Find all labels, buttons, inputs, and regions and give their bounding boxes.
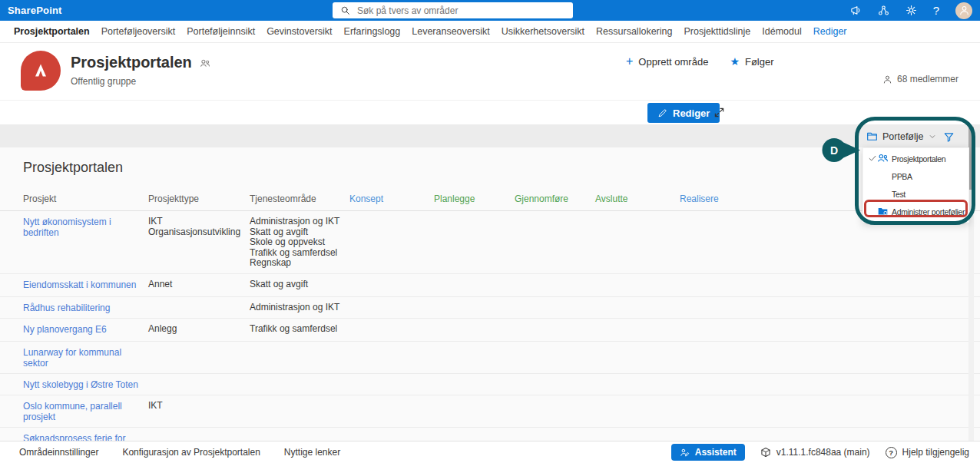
project-link[interactable]: Nytt økonomisystem i bedriften xyxy=(23,217,111,238)
site-privacy-label: Offentlig gruppe xyxy=(71,76,136,87)
nav-tab-gevinstoversikt[interactable]: Gevinstoversikt xyxy=(267,26,332,37)
column-header-prosjekttype[interactable]: Prosjekttype xyxy=(148,193,250,204)
edit-page-button[interactable]: Rediger xyxy=(647,103,720,123)
nav-tab-porteføljeoversikt[interactable]: Porteføljeoversikt xyxy=(101,26,176,37)
dropdown-item-test[interactable]: Test xyxy=(863,185,968,203)
portfolio-overview: Prosjektportalen ProsjektProsjekttypeTje… xyxy=(0,147,980,442)
column-header-gjennomføre[interactable]: Gjennomføre xyxy=(515,193,595,204)
portfolio-dropdown: ProsjektportalenPPBATestAdministrer port… xyxy=(862,147,969,223)
sharepoint-brand[interactable]: SharePoint xyxy=(8,5,62,16)
settings-gear-icon[interactable] xyxy=(906,5,917,16)
search-icon xyxy=(340,5,350,15)
site-header: Prosjektportalen Offentlig gruppe + Oppr… xyxy=(0,43,980,100)
project-link[interactable]: Nytt skolebygg i Østre Toten xyxy=(23,379,138,390)
nav-tab-ressursallokering[interactable]: Ressursallokering xyxy=(596,26,672,37)
project-link[interactable]: Eiendomsskatt i kommunen xyxy=(23,279,136,290)
people-icon xyxy=(877,152,889,166)
column-header-planlegge[interactable]: Planlegge xyxy=(434,193,515,204)
table-row: Nytt økonomisystem i bedriftenIKTOrganis… xyxy=(0,211,980,274)
check-icon xyxy=(868,154,877,164)
table-header-row: ProsjektProsjekttypeTjenesteområdeKonsep… xyxy=(0,193,980,211)
folder-icon xyxy=(877,205,889,219)
nav-tab-usikkerhetsoversikt[interactable]: Usikkerhetsoversikt xyxy=(502,26,584,37)
dropdown-item-prosjektportalen[interactable]: Prosjektportalen xyxy=(863,150,968,167)
table-row: Nytt skolebygg i Østre Toten xyxy=(0,374,980,395)
footer-bar: OmrådeinnstillingerKonfigurasjon av Pros… xyxy=(0,441,980,463)
members-count[interactable]: 68 medlemmer xyxy=(882,74,958,84)
nav-tab-rediger[interactable]: Rediger xyxy=(813,26,847,37)
dropdown-item-label: PPBA xyxy=(892,172,912,181)
project-table: ProsjektProsjekttypeTjenesteområdeKonsep… xyxy=(0,193,980,442)
status-icons-gjennomføre xyxy=(515,402,595,413)
table-body: Nytt økonomisystem i bedriftenIKTOrganis… xyxy=(0,211,980,442)
column-header-tjenesteområde[interactable]: Tjenesteområde xyxy=(250,193,349,204)
teams-icon xyxy=(200,58,210,68)
expand-icon[interactable] xyxy=(713,107,725,118)
portfolio-selector-button[interactable]: Portefølje xyxy=(866,131,936,142)
site-logo[interactable] xyxy=(21,51,61,91)
footer-links: OmrådeinnstillingerKonfigurasjon av Pros… xyxy=(14,442,346,463)
follow-button[interactable]: ★ Følger xyxy=(730,56,773,68)
column-header-prosjekt[interactable]: Prosjekt xyxy=(23,193,148,204)
footer-link-nyttige-lenker[interactable]: Nyttige lenker xyxy=(279,447,346,458)
nav-tab-prosjektportalen[interactable]: Prosjektportalen xyxy=(14,26,90,37)
funnel-filter-icon[interactable] xyxy=(943,131,955,143)
nav-tab-erfaringslogg[interactable]: Erfaringslogg xyxy=(344,26,401,37)
status-icons-planlegge xyxy=(434,325,515,336)
command-bar: Rediger xyxy=(0,100,980,125)
help-available[interactable]: ? Hjelp tilgjengelig xyxy=(886,447,969,458)
table-row: Ny planovergang E6AnleggTrafikk og samfe… xyxy=(0,319,980,342)
scrollbar-thumb[interactable] xyxy=(968,127,974,190)
footer-link-label: Områdeinnstillinger xyxy=(19,447,98,458)
project-type: Anlegg xyxy=(148,324,250,335)
help-icon[interactable]: ? xyxy=(933,4,939,17)
portfolio-icon xyxy=(866,131,878,142)
service-areas: Administrasjon og IKT xyxy=(250,303,349,313)
assistant-button[interactable]: Assistent xyxy=(671,444,745,461)
nav-tab-leveranseoversikt[interactable]: Leveranseoversikt xyxy=(412,26,489,37)
footer-right: Assistent v1.11.1.fc848aa (main) ? Hjelp… xyxy=(671,442,969,463)
assistant-icon xyxy=(680,448,690,458)
megaphone-icon[interactable] xyxy=(850,5,862,16)
create-site-button[interactable]: + Opprett område xyxy=(626,55,708,68)
package-icon xyxy=(760,447,771,458)
plus-icon: + xyxy=(626,55,633,68)
footer-link-label: Konfigurasjon av Prosjektportalen xyxy=(122,447,260,458)
site-title: Prosjektportalen xyxy=(71,54,210,71)
global-search[interactable] xyxy=(333,2,573,18)
suite-actions: ? xyxy=(850,0,972,21)
person-icon xyxy=(958,5,970,16)
nav-tab-porteføljeinnsikt[interactable]: Porteføljeinnsikt xyxy=(187,26,255,37)
dropdown-item-ppba[interactable]: PPBA xyxy=(863,167,968,185)
footer-link-konfigurasjon-av-prosjektportalen[interactable]: Konfigurasjon av Prosjektportalen xyxy=(117,447,260,458)
footer-link-label: Nyttige lenker xyxy=(284,447,340,458)
column-header-konsept[interactable]: Konsept xyxy=(349,193,434,204)
table-row: Eiendomsskatt i kommunenAnnetSkatt og av… xyxy=(0,274,980,297)
column-header-avslutte[interactable]: Avslutte xyxy=(595,193,680,204)
table-row: Lunarway for kommunal sektor xyxy=(0,342,980,374)
project-link[interactable]: Rådhus rehabilitering xyxy=(23,303,110,313)
project-link[interactable]: Lunarway for kommunal sektor xyxy=(23,347,121,369)
dropdown-item-administrer-porteføljer[interactable]: Administrer porteføljer xyxy=(863,203,968,220)
project-type: IKTOrganisasjonsutvikling xyxy=(148,217,250,237)
star-icon: ★ xyxy=(730,56,740,67)
org-chart-icon[interactable] xyxy=(878,5,889,16)
table-row: Søknadsprosess ferie for vanskeligstilte xyxy=(0,428,980,442)
project-link[interactable]: Oslo kommune, parallell prosjekt xyxy=(23,401,122,422)
nav-tab-prosjekttidslinje[interactable]: Prosjekttidslinje xyxy=(684,26,750,37)
search-input[interactable] xyxy=(356,5,551,17)
user-avatar[interactable] xyxy=(955,2,972,19)
footer-link-områdeinnstillinger[interactable]: Områdeinnstillinger xyxy=(14,447,98,458)
section-title: Prosjektportalen xyxy=(23,160,123,176)
service-areas: Administrasjon og IKTSkatt og avgiftSkol… xyxy=(250,217,349,269)
chevron-down-icon xyxy=(929,133,936,141)
status-icons-konsept xyxy=(349,348,434,359)
status-icons-avslutte xyxy=(595,280,680,292)
nav-tab-id-modul[interactable]: Idémodul xyxy=(762,26,801,37)
suite-bar: SharePoint ? xyxy=(0,0,980,21)
status-icons-konsept xyxy=(349,217,434,229)
person-icon xyxy=(882,74,892,84)
project-link[interactable]: Ny planovergang E6 xyxy=(23,324,107,335)
dropdown-item-label: Administrer porteføljer xyxy=(892,207,965,217)
project-type: IKT xyxy=(148,401,250,412)
